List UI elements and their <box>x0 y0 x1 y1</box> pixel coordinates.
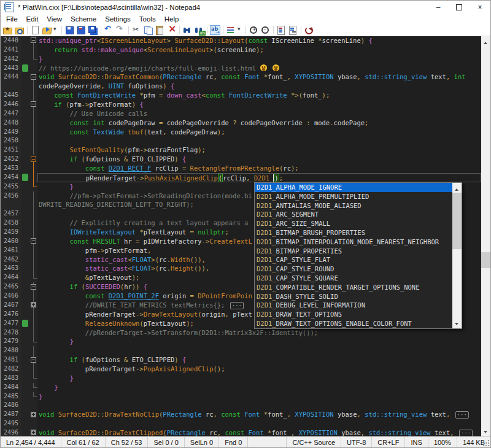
bookmark-margin[interactable] <box>21 55 29 64</box>
fold-toggle-icon[interactable] <box>31 412 36 417</box>
fold-margin[interactable] <box>29 383 37 392</box>
autocomplete-item[interactable]: D2D1_BITMAP_BRUSH_PROPERTIES <box>255 228 452 238</box>
fold-margin[interactable] <box>29 45 37 55</box>
fold-toggle-icon[interactable] <box>31 156 36 162</box>
find-icon[interactable] <box>182 25 193 35</box>
fold-toggle-icon[interactable] <box>31 430 36 435</box>
fold-toggle-icon[interactable] <box>31 357 36 363</box>
autocomplete-item[interactable]: D2D1_ALPHA_MODE_IGNORE <box>255 183 452 192</box>
bookmark-margin[interactable] <box>21 173 29 182</box>
autocomplete-item[interactable]: D2D1_DRAW_TEXT_OPTIONS <box>255 310 452 319</box>
bookmark-margin[interactable] <box>21 374 29 383</box>
copy-icon[interactable] <box>143 25 153 35</box>
zoom-in-icon[interactable] <box>249 25 259 35</box>
autocomplete-item[interactable]: D2D1_DRAW_TEXT_OPTIONS_ENABLE_COLOR_FONT <box>255 319 452 328</box>
transcode-icon[interactable] <box>210 25 220 35</box>
bookmark-margin[interactable] <box>21 182 29 191</box>
status-segment-selln[interactable]: SelLn 0 <box>185 437 219 447</box>
bookmark-margin[interactable] <box>21 264 29 273</box>
fold-margin[interactable] <box>29 100 37 109</box>
bookmark-margin[interactable] <box>21 410 29 419</box>
bookmark-margin[interactable] <box>21 209 29 218</box>
favorites-folder-icon[interactable] <box>2 25 13 35</box>
bookmark-margin[interactable] <box>21 82 29 91</box>
fold-margin[interactable] <box>29 273 37 282</box>
fold-margin[interactable] <box>29 55 37 64</box>
bookmark-margin[interactable] <box>21 255 29 265</box>
paste-icon[interactable] <box>155 25 165 35</box>
zoom-out-icon[interactable] <box>260 25 271 35</box>
bookmark-margin[interactable] <box>21 72 29 82</box>
autocomplete-scrollbar[interactable] <box>452 183 462 328</box>
fold-margin[interactable] <box>29 301 37 310</box>
fold-margin[interactable] <box>29 200 37 209</box>
status-segment-line[interactable]: Ln 2,454 / 4,444 <box>1 437 61 447</box>
save-all-icon[interactable] <box>88 25 98 35</box>
fold-margin[interactable] <box>29 191 37 201</box>
autocomplete-item[interactable]: D2D1_COMPATIBLE_RENDER_TARGET_OPTIONS_NO… <box>255 283 452 292</box>
status-segment-scheme[interactable]: C/C++ Source <box>286 437 341 447</box>
autocomplete-item[interactable]: D2D1_CAP_STYLE_ROUND <box>255 265 452 274</box>
scroll-down-icon[interactable] <box>481 427 490 436</box>
bookmark-margin[interactable] <box>21 228 29 237</box>
delete-icon[interactable] <box>166 25 177 35</box>
reload-icon[interactable] <box>304 25 314 35</box>
save-icon[interactable] <box>64 25 75 35</box>
bookmark-margin[interactable] <box>21 246 29 255</box>
fold-margin[interactable] <box>29 392 37 401</box>
fold-margin[interactable] <box>29 82 37 91</box>
menu-scheme[interactable]: Scheme <box>66 15 101 23</box>
status-segment-overtype[interactable]: INS <box>404 437 427 447</box>
autocomplete-item[interactable]: D2D1_ARC_SEGMENT <box>255 210 452 219</box>
bookmark-margin[interactable] <box>21 355 29 365</box>
menu-view[interactable]: View <box>42 15 66 23</box>
autocomplete-item[interactable]: D2D1_DASH_STYLE_SOLID <box>255 292 452 301</box>
bookmark-margin[interactable] <box>21 282 29 292</box>
bookmark-margin[interactable] <box>21 136 29 145</box>
bookmark-margin[interactable] <box>21 45 29 55</box>
bookmark-margin[interactable] <box>21 292 29 301</box>
fold-margin[interactable] <box>29 401 37 410</box>
new-file-icon[interactable] <box>30 25 41 35</box>
fold-margin[interactable] <box>29 355 37 365</box>
status-segment-encoding[interactable]: UTF-8 <box>341 437 371 447</box>
redo-icon[interactable] <box>115 25 126 35</box>
autocomplete-item[interactable]: D2D1_ALPHA_MODE_PREMULTIPLIED <box>255 192 452 201</box>
close-button[interactable]: × <box>470 1 490 14</box>
fold-margin[interactable] <box>29 164 37 173</box>
menu-help[interactable]: Help <box>160 15 184 23</box>
status-segment-eol[interactable]: CR+LF <box>371 437 404 447</box>
status-segment-zoom[interactable]: 100% <box>428 437 457 447</box>
fold-margin[interactable] <box>29 282 37 292</box>
autocomplete-item[interactable]: D2D1_CAP_STYLE_SQUARE <box>255 274 452 283</box>
bookmark-margin[interactable] <box>21 237 29 246</box>
autocomplete-item[interactable]: D2D1_CAP_STYLE_FLAT <box>255 255 452 265</box>
bookmark-margin[interactable] <box>21 145 29 155</box>
fold-margin[interactable] <box>29 255 37 265</box>
autocomplete-item[interactable]: D2D1_DEBUG_LEVEL_INFORMATION <box>255 301 452 310</box>
editor-scrollbar[interactable] <box>481 36 490 436</box>
bookmark-margin[interactable] <box>21 64 29 73</box>
status-segment-fnd[interactable]: Fnd 0 <box>219 437 248 447</box>
status-segment-sel[interactable]: Sel 0 / 0 <box>148 437 184 447</box>
fold-margin[interactable] <box>29 136 37 145</box>
fold-margin[interactable] <box>29 72 37 82</box>
bookmark-margin[interactable] <box>21 310 29 319</box>
bookmark-margin[interactable] <box>21 218 29 228</box>
bookmark-margin[interactable] <box>21 273 29 282</box>
fold-margin[interactable] <box>29 209 37 218</box>
bookmark-margin[interactable] <box>21 419 29 428</box>
fold-toggle-icon[interactable] <box>31 74 36 80</box>
bookmark-margin[interactable] <box>21 164 29 173</box>
fold-margin[interactable] <box>29 182 37 191</box>
bookmark-margin[interactable] <box>21 401 29 410</box>
bookmark-margin[interactable] <box>21 319 29 328</box>
editor-scrollbar-thumb[interactable] <box>481 252 490 268</box>
bookmark-margin[interactable] <box>21 109 29 118</box>
menu-caret-icon[interactable] <box>238 25 243 35</box>
fold-margin[interactable] <box>29 173 37 182</box>
autocomplete-item[interactable]: D2D1_BITMAP_INTERPOLATION_MODE_NEAREST_N… <box>255 238 452 247</box>
fold-margin[interactable] <box>29 237 37 246</box>
scroll-up-icon[interactable] <box>481 36 490 46</box>
fold-toggle-icon[interactable] <box>31 37 36 43</box>
